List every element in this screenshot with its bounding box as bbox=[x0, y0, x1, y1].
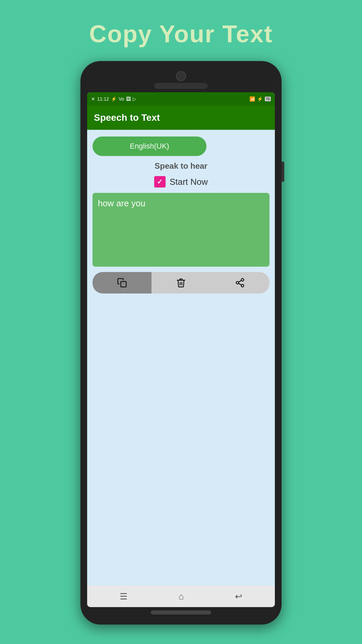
copy-button[interactable] bbox=[93, 272, 152, 293]
menu-icon[interactable]: ☰ bbox=[120, 591, 127, 602]
start-now-row: ✓ Start Now bbox=[93, 176, 269, 187]
phone-camera bbox=[176, 71, 186, 81]
start-now-label[interactable]: Start Now bbox=[170, 177, 208, 187]
x-icon: ✕ bbox=[91, 96, 95, 102]
voicemail-icon: Vo bbox=[119, 96, 124, 102]
status-bar: ✕ 11:12 ⚡ Vo 🖼 ▷ 📶 ⚡ 76 bbox=[87, 92, 275, 106]
status-left: ✕ 11:12 ⚡ Vo 🖼 ▷ bbox=[91, 96, 136, 102]
share-button[interactable] bbox=[210, 272, 269, 293]
svg-rect-0 bbox=[121, 281, 126, 287]
page-title-text: Copy Your Text bbox=[89, 20, 273, 48]
status-time: 11:12 bbox=[97, 96, 109, 102]
action-buttons bbox=[93, 272, 269, 293]
share-icon bbox=[235, 278, 245, 288]
phone-bottom-button bbox=[151, 610, 211, 614]
usb-icon: ⚡ bbox=[111, 96, 117, 102]
back-icon[interactable]: ↩ bbox=[235, 591, 242, 602]
phone-speaker bbox=[154, 83, 208, 89]
empty-space bbox=[93, 299, 269, 579]
app-header: Speech to Text bbox=[87, 106, 275, 130]
checkbox-checked-icon[interactable]: ✓ bbox=[154, 176, 166, 187]
language-selector[interactable]: English(UK) bbox=[93, 137, 206, 156]
app-content: English(UK) Speak to hear ✓ Start Now ho… bbox=[87, 130, 275, 586]
mms-icon: 🖼 bbox=[126, 96, 131, 102]
trash-icon bbox=[176, 278, 186, 288]
speak-label: Speak to hear bbox=[93, 161, 269, 171]
app-title: Speech to Text bbox=[94, 112, 160, 123]
navigation-icon: ▷ bbox=[133, 96, 136, 102]
bolt-icon: ⚡ bbox=[257, 96, 263, 102]
status-right: 📶 ⚡ 76 bbox=[249, 96, 271, 102]
copy-icon bbox=[117, 278, 127, 288]
battery-icon: 76 bbox=[265, 97, 271, 101]
text-area-box[interactable]: how are you bbox=[93, 193, 269, 267]
svg-line-4 bbox=[239, 283, 242, 285]
delete-button[interactable] bbox=[152, 272, 210, 293]
phone-screen: ✕ 11:12 ⚡ Vo 🖼 ▷ 📶 ⚡ 76 Speech to Text E… bbox=[87, 92, 275, 607]
home-icon[interactable]: ⌂ bbox=[179, 591, 184, 602]
phone-frame: ✕ 11:12 ⚡ Vo 🖼 ▷ 📶 ⚡ 76 Speech to Text E… bbox=[80, 61, 282, 625]
svg-line-5 bbox=[239, 280, 242, 282]
nav-bar: ☰ ⌂ ↩ bbox=[87, 586, 275, 607]
phone-side-button bbox=[282, 162, 284, 182]
wifi-icon: 📶 bbox=[249, 96, 255, 102]
